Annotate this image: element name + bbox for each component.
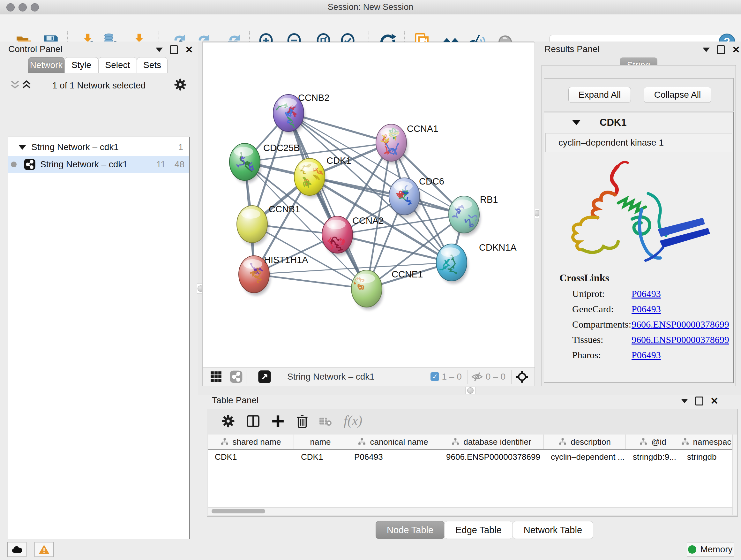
column-type-icon (639, 438, 648, 446)
table-row[interactable]: CDK1CDK1P064939606.ENSP00000378699cyclin… (208, 450, 732, 464)
delete-table-icon (319, 416, 332, 427)
network-row-selected[interactable]: String Network – cdk1 11 48 (8, 156, 189, 173)
column-header-description[interactable]: description (544, 435, 626, 449)
column-header-namespac[interactable]: namespac (680, 435, 732, 449)
center-view-crosshair-icon[interactable] (515, 369, 529, 384)
table-cell[interactable]: stringdb:9... (626, 452, 680, 462)
show-columns-icon[interactable] (246, 414, 260, 428)
table-tab-node-table[interactable]: Node Table (376, 521, 445, 539)
control-tab-style[interactable]: Style (64, 57, 98, 73)
edge-count: 48 (175, 159, 185, 170)
memory-status-icon (688, 545, 696, 554)
expand-all-button[interactable]: Expand All (568, 87, 631, 103)
network-collection-row[interactable]: String Network – cdk1 1 (8, 138, 189, 156)
detach-view-icon[interactable] (258, 370, 271, 383)
network-node-CDC6[interactable]: CDC6 (389, 176, 444, 217)
table-h-scrollbar-thumb[interactable] (212, 509, 265, 513)
crosslinks-heading: CrossLinks (559, 272, 733, 284)
hidden-elements-icon[interactable] (471, 371, 483, 383)
crosslink-link[interactable]: 9606.ENSP00000378699 (631, 319, 729, 330)
crosslink-label: Pharos: (572, 350, 631, 361)
column-header-shared-name[interactable]: shared name (208, 435, 294, 449)
delete-column-icon[interactable] (295, 414, 309, 429)
selected-nodes-checkbox[interactable]: ✓ (430, 372, 439, 381)
crosslink-row: Tissues:9606.ENSP00000378699 (572, 334, 733, 345)
network-node-RB1[interactable]: RB1 (449, 194, 498, 236)
cdk1-expander-icon[interactable] (572, 120, 581, 125)
window-title: Session: New Session (0, 0, 741, 14)
table-tabs: Node TableEdge TableNetwork Table (376, 521, 593, 539)
table-cell[interactable]: cyclin–dependent ... (544, 452, 626, 462)
table-cell[interactable]: stringdb (680, 452, 732, 462)
node-table: shared namenamecanonical namedatabase id… (208, 435, 732, 515)
column-header--id[interactable]: @id (626, 435, 680, 449)
table-tab-network-table[interactable]: Network Table (513, 521, 593, 539)
network-node-HIST1H1A[interactable]: HIST1H1A (239, 255, 308, 295)
table-cell[interactable]: P06493 (347, 452, 439, 462)
node-label: CDKN1A (479, 242, 517, 253)
create-column-icon[interactable] (271, 414, 285, 428)
control-tab-network[interactable]: Network (28, 57, 64, 73)
crosslink-link[interactable]: P06493 (631, 304, 661, 314)
crosslink-row: Pharos:P06493 (572, 350, 733, 361)
network-edge[interactable] (254, 274, 367, 289)
network-options-gear-icon[interactable] (174, 78, 187, 91)
main-toolbar: ? (0, 14, 741, 42)
column-header-database-identifier[interactable]: database identifier (439, 435, 544, 449)
memory-label: Memory (700, 544, 732, 555)
crosslink-link[interactable]: P06493 (631, 288, 661, 299)
crosslink-link[interactable]: P06493 (631, 350, 661, 361)
control-panel-close-icon[interactable]: ✕ (185, 46, 193, 53)
table-h-scrollbar[interactable] (208, 507, 732, 515)
column-type-icon (681, 438, 689, 446)
node-label: CDK1 (327, 155, 351, 166)
function-builder-icon: f(x) (344, 413, 362, 428)
table-v-scrollbar[interactable] (732, 435, 737, 515)
titlebar: Session: New Session (0, 0, 741, 14)
table-tab-edge-table[interactable]: Edge Table (444, 521, 513, 539)
results-panel-close-icon[interactable]: ✕ (732, 46, 740, 53)
crosslink-link[interactable]: 9606.ENSP00000378699 (631, 334, 729, 345)
column-header-name[interactable]: name (294, 435, 347, 449)
horizontal-splitter-handle[interactable] (465, 387, 475, 394)
birds-eye-view-icon[interactable] (210, 370, 222, 383)
network-canvas[interactable]: CCNB2CCNA1CDC25BCDK1CDC6RB1CCNB1CCNA2CDK… (202, 42, 535, 368)
network-label: String Network – cdk1 (40, 159, 128, 170)
crosslink-label: Compartments: (572, 319, 631, 330)
cloud-icon (11, 545, 23, 554)
column-header-canonical-name[interactable]: canonical name (347, 435, 439, 449)
memory-button[interactable]: Memory (687, 542, 734, 557)
left-splitter[interactable] (198, 42, 202, 386)
collapse-all-button[interactable]: Collapse All (644, 87, 711, 103)
node-label: CCNA1 (407, 124, 438, 134)
network-node-CCNB2[interactable]: CCNB2 (273, 92, 329, 134)
control-panel-float-icon[interactable] (170, 45, 178, 54)
tree-expander-icon[interactable] (18, 145, 26, 150)
results-panel-title: Results Panel (544, 44, 600, 54)
string-network-gray-icon[interactable] (229, 370, 243, 383)
control-panel-menu-icon[interactable] (156, 48, 163, 52)
selected-counter: 1 – 0 (442, 372, 461, 382)
table-panel-close-icon[interactable]: ✕ (711, 397, 718, 405)
control-tab-sets[interactable]: Sets (137, 57, 167, 73)
table-cell[interactable]: CDK1 (208, 452, 294, 462)
results-panel-float-icon[interactable] (717, 45, 725, 54)
network-node-CDK1[interactable]: CDK1 (294, 155, 351, 198)
table-cell[interactable]: CDK1 (294, 452, 347, 462)
table-panel-float-icon[interactable] (695, 396, 703, 406)
results-panel-menu-icon[interactable] (703, 48, 710, 52)
warnings-button[interactable] (35, 542, 54, 557)
network-node-CCNA2[interactable]: CCNA2 (322, 215, 384, 256)
network-node-CCNE1[interactable]: CCNE1 (350, 269, 423, 310)
network-node-CDKN1A[interactable]: CDKN1A (436, 242, 517, 284)
node-label: CCNB1 (269, 204, 300, 214)
cloud-button[interactable] (7, 542, 26, 557)
network-node-CCNB1[interactable]: CCNB1 (237, 204, 300, 245)
table-panel-menu-icon[interactable] (681, 399, 688, 403)
node-count: 11 (156, 159, 165, 170)
table-cell[interactable]: 9606.ENSP00000378699 (439, 452, 544, 462)
control-tab-select[interactable]: Select (98, 57, 137, 73)
node-label: CCNA2 (352, 215, 384, 226)
crosslink-label: GeneCard: (572, 304, 631, 314)
table-options-gear-icon[interactable] (221, 414, 235, 428)
